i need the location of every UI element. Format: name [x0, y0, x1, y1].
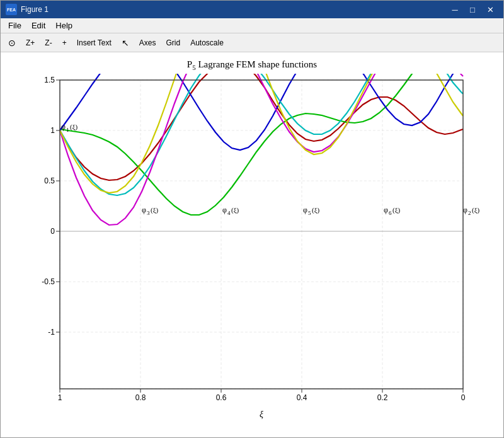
y-label-0_5: 0.5 [44, 176, 55, 185]
x-label-0_2: 0.2 [377, 393, 388, 402]
phi5-sub: 5 [308, 210, 311, 216]
window-title: Figure 1 [21, 5, 447, 14]
menu-help[interactable]: Help [50, 20, 77, 32]
phi2-arg: (ξ) [472, 206, 480, 214]
y-label-1: 1 [50, 126, 55, 135]
phi4-label: φ [222, 205, 227, 214]
phi3-sub: 3 [147, 210, 150, 216]
y-label-neg0_5: -0.5 [42, 277, 55, 286]
y-label-neg1: -1 [48, 328, 55, 337]
phi3-label: φ [142, 205, 146, 214]
x-label-0_8: 0.8 [135, 393, 146, 402]
toolbar: ⊙ Z+ Z- + Insert Text ↖ Axes Grid Autosc… [1, 33, 503, 52]
phi5-label: φ [303, 205, 307, 214]
phi6-sub: 6 [389, 210, 392, 216]
phi4-sub: 4 [227, 210, 231, 216]
plot-title: P5 Lagrange FEM shape functions [22, 59, 482, 71]
toolbar-zoom-in[interactable]: Z+ [22, 37, 38, 49]
x-axis-label: ξ [260, 410, 263, 419]
x-label-0: 0 [461, 393, 466, 402]
minimize-button[interactable]: ─ [447, 3, 463, 16]
x-label-0_4: 0.4 [297, 393, 307, 402]
phi2-sub: 2 [468, 210, 471, 216]
window-controls: ─ □ ✕ [447, 3, 498, 16]
x-label-1: 1 [58, 393, 62, 402]
phi4-arg: (ξ) [231, 206, 239, 214]
plot-svg: 1.5 1 0.5 0 -0.5 -1 1 0.8 0.6 0.4 0.2 0 … [22, 74, 482, 424]
plot-area: P5 Lagrange FEM shape functions [1, 52, 503, 437]
toolbar-pan[interactable]: + [59, 37, 71, 49]
phi5-arg: (ξ) [312, 206, 320, 214]
phi1-label: φ [61, 122, 66, 131]
y-label-1_5: 1.5 [44, 76, 55, 84]
menu-bar: File Edit Help [1, 18, 503, 33]
main-window: FEA Figure 1 ─ □ ✕ File Edit Help ⊙ Z+ Z… [0, 0, 504, 438]
app-icon: FEA [6, 4, 17, 15]
svg-rect-0 [60, 80, 463, 389]
y-label-0: 0 [50, 227, 55, 236]
toolbar-axes[interactable]: Axes [135, 37, 160, 49]
phi6-arg: (ξ) [392, 206, 401, 214]
menu-file[interactable]: File [3, 20, 26, 32]
plot-container: P5 Lagrange FEM shape functions [22, 59, 482, 431]
toolbar-grid[interactable]: Grid [163, 37, 185, 49]
menu-edit[interactable]: Edit [26, 20, 50, 32]
toolbar-nav-icon[interactable]: ⊙ [4, 37, 20, 49]
phi1-arg: (ξ) [70, 123, 78, 131]
phi3-arg: (ξ) [151, 206, 159, 214]
title-bar: FEA Figure 1 ─ □ ✕ [1, 1, 503, 18]
toolbar-zoom-out[interactable]: Z- [41, 37, 55, 49]
phi6-label: φ [384, 205, 388, 214]
phi1-sub: 1 [66, 127, 69, 133]
toolbar-autoscale[interactable]: Autoscale [186, 37, 227, 49]
close-button[interactable]: ✕ [482, 3, 498, 16]
phi2-label: φ [463, 205, 467, 214]
maximize-button[interactable]: □ [464, 3, 481, 16]
x-label-0_6: 0.6 [216, 393, 227, 402]
toolbar-insert-text[interactable]: Insert Text [73, 37, 115, 49]
toolbar-select-icon[interactable]: ↖ [118, 37, 133, 49]
